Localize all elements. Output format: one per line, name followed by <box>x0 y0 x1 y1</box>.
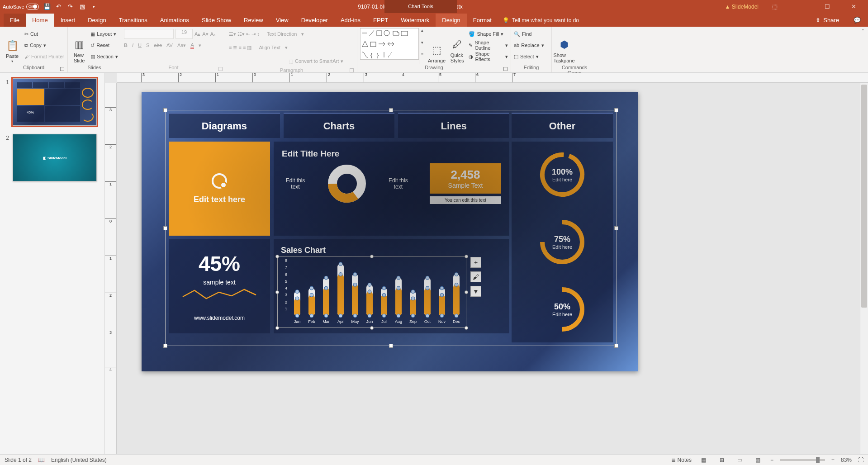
tell-me-search[interactable]: 💡Tell me what you want to do <box>498 14 583 27</box>
dialog-launcher-icon[interactable] <box>60 67 64 71</box>
sparkline <box>181 286 258 302</box>
shape-effects-button[interactable]: ◑ Shape Effects ▾ <box>469 52 508 62</box>
tab-developer[interactable]: Developer <box>295 14 334 27</box>
tab-chart-format[interactable]: Format <box>467 14 498 27</box>
header-other[interactable]: Other <box>512 113 613 138</box>
section-button[interactable]: ▤ Section ▾ <box>90 52 118 62</box>
tab-addins[interactable]: Add-ins <box>334 14 367 27</box>
find-button[interactable]: 🔍 Find <box>514 29 544 39</box>
tile-other[interactable]: 100%Edit here 75%Edit here 50%Edit here <box>512 142 613 342</box>
brush-icon: 🖌 <box>24 54 29 59</box>
svg-point-21 <box>295 297 299 300</box>
redo-icon[interactable]: ↷ <box>67 3 74 10</box>
shadow-button[interactable]: S <box>146 43 149 48</box>
select-button[interactable]: ⬚ Select ▾ <box>514 52 544 62</box>
tab-design[interactable]: Design <box>81 14 112 27</box>
zoom-slider[interactable] <box>780 459 825 461</box>
header-charts[interactable]: Charts <box>284 113 395 138</box>
underline-button[interactable]: U <box>138 43 142 48</box>
zoom-level[interactable]: 83% <box>841 457 852 463</box>
undo-icon[interactable]: ↶ <box>55 3 62 10</box>
kpi-box[interactable]: 2,458 Sample Text <box>430 163 501 194</box>
chart-selection[interactable]: + 🖌 ▼ <box>277 256 466 328</box>
fit-window-icon[interactable]: ⛶ <box>858 457 863 463</box>
slideshow-icon[interactable]: ▧ <box>79 3 86 10</box>
tab-review[interactable]: Review <box>237 14 270 27</box>
tab-home[interactable]: Home <box>26 14 54 27</box>
vertical-scrollbar[interactable] <box>860 83 868 454</box>
zoom-in-icon[interactable]: + <box>831 457 835 463</box>
tile-percent[interactable]: 45% sample text www.slidemodel.com <box>169 239 270 333</box>
tab-view[interactable]: View <box>270 14 295 27</box>
cut-button[interactable]: ✂Cut <box>24 29 64 39</box>
convert-smartart-button[interactable]: ⬚ Convert to SmartArt ▾ <box>289 56 343 66</box>
collapse-ribbon-icon[interactable]: ˄ <box>858 27 868 72</box>
format-painter-button[interactable]: 🖌Format Painter <box>24 52 64 62</box>
slideshow-view-icon[interactable]: ▧ <box>752 457 764 463</box>
svg-rect-43 <box>352 285 358 316</box>
ribbon-options-icon[interactable]: ⬚ <box>765 3 785 10</box>
comments-icon[interactable]: 💬 <box>846 13 868 27</box>
shape-outline-button[interactable]: ✎ Shape Outline ▾ <box>469 40 508 50</box>
svg-point-52 <box>368 314 371 318</box>
save-icon[interactable]: 💾 <box>43 3 51 10</box>
tile-sales-chart[interactable]: Sales Chart 12345678JanFebMarAprMayJunJu… <box>274 239 509 333</box>
chart-styles-button[interactable]: 🖌 <box>470 271 481 282</box>
tab-watermark[interactable]: Watermark <box>394 14 436 27</box>
paste-button[interactable]: 📋Paste▾ <box>3 28 22 64</box>
chart-filter-button[interactable]: ▼ <box>470 286 481 297</box>
sorter-view-icon[interactable]: ⊞ <box>716 457 728 463</box>
arrange-button[interactable]: ⬚Arrange <box>428 28 446 64</box>
italic-button[interactable]: I <box>132 43 133 48</box>
zoom-out-icon[interactable]: − <box>770 457 773 463</box>
grow-font-icon[interactable]: A▴ <box>194 31 200 37</box>
tab-insert[interactable]: Insert <box>54 14 82 27</box>
bold-button[interactable]: B <box>124 43 128 48</box>
share-button[interactable]: ⇪Share <box>808 13 846 27</box>
ribbon-tabs: File Home Insert Design Transitions Anim… <box>0 13 868 27</box>
reset-button[interactable]: ↺ Reset <box>90 40 118 50</box>
shrink-font-icon[interactable]: A▾ <box>202 31 208 37</box>
tab-transitions[interactable]: Transitions <box>113 14 154 27</box>
dialog-launcher-icon[interactable] <box>218 67 223 71</box>
tab-animations[interactable]: Animations <box>154 14 195 27</box>
language-status[interactable]: English (United States) <box>51 457 107 463</box>
strike-button[interactable]: abc <box>154 43 162 48</box>
tab-fppt[interactable]: FPPT <box>367 14 394 27</box>
replace-button[interactable]: ab Replace ▾ <box>514 40 544 50</box>
chart-elements-button[interactable]: + <box>470 257 481 268</box>
normal-view-icon[interactable]: ▦ <box>698 457 710 463</box>
minimize-icon[interactable]: ― <box>791 3 811 10</box>
slide[interactable]: Diagrams Charts Lines Edit text here Edi… <box>142 92 638 371</box>
close-icon[interactable]: ✕ <box>844 3 863 10</box>
slide-counter: Slide 1 of 2 <box>5 457 32 463</box>
shape-fill-button[interactable]: 🪣 Shape Fill ▾ <box>469 29 508 39</box>
slide-canvas[interactable]: Diagrams Charts Lines Edit text here Edi… <box>117 83 860 454</box>
brand-badge: ▲ SlideModel <box>725 4 759 10</box>
qat-dropdown-icon[interactable]: ▾ <box>90 3 98 10</box>
selection-frame[interactable] <box>165 110 617 346</box>
svg-text:Mar: Mar <box>323 319 330 324</box>
autosave-toggle[interactable]: AutoSave Off <box>3 4 39 10</box>
tile-diagram[interactable]: Edit text here <box>169 142 270 236</box>
header-lines[interactable]: Lines <box>398 113 509 138</box>
font-color-button[interactable]: A <box>190 42 194 49</box>
header-diagrams[interactable]: Diagrams <box>169 113 280 138</box>
thumbnail-2[interactable]: ◧ SlideModel <box>13 134 97 181</box>
show-taskpane-button[interactable]: ⬢Show Taskpane <box>555 28 574 64</box>
thumbnail-1[interactable]: 45% <box>13 78 97 126</box>
spellcheck-icon[interactable]: 📖 <box>38 457 45 463</box>
tab-chart-design[interactable]: Design <box>436 14 466 27</box>
tab-slideshow[interactable]: Slide Show <box>195 14 237 27</box>
layout-button[interactable]: ▦ Layout ▾ <box>90 29 118 39</box>
shape-gallery[interactable]: {} ▴▾≡ <box>360 28 425 64</box>
quick-styles-button[interactable]: 🖊Quick Styles <box>448 28 466 64</box>
new-slide-button[interactable]: ▥New Slide <box>71 28 88 64</box>
font-size-input[interactable]: 19 <box>175 29 193 39</box>
maximize-icon[interactable]: ☐ <box>817 3 837 10</box>
notes-button[interactable]: ≣ Notes <box>671 457 692 463</box>
copy-button[interactable]: ⧉Copy ▾ <box>24 40 64 50</box>
tab-file[interactable]: File <box>4 14 26 27</box>
reading-view-icon[interactable]: ▭ <box>734 457 746 463</box>
tile-charts[interactable]: Edit Title Here Edit this text Edit this… <box>274 142 509 236</box>
